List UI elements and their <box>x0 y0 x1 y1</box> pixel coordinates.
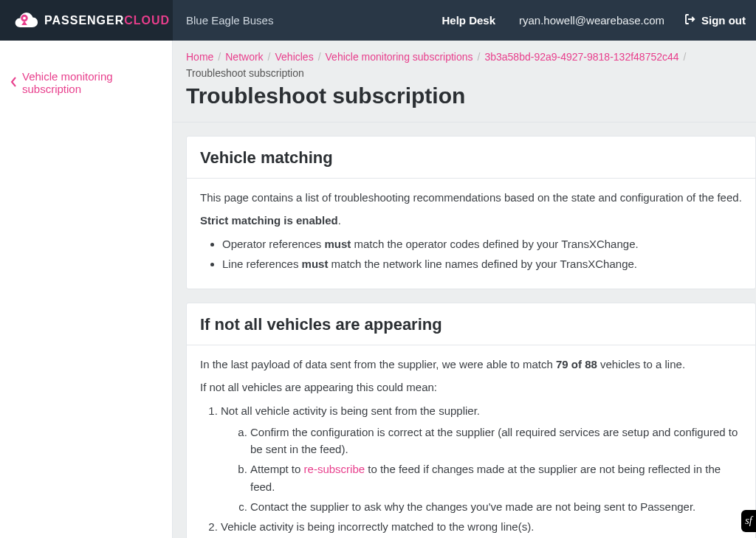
page-title: Troubleshoot subscription <box>186 83 743 108</box>
sidebar-back-link[interactable]: Vehicle monitoring subscription <box>10 70 165 95</box>
nav-help-desk[interactable]: Help Desk <box>430 14 507 27</box>
card-not-appearing: If not all vehicles are appearing In the… <box>186 303 756 538</box>
sign-out-label: Sign out <box>701 14 746 27</box>
breadcrumb: Home/ Network/ Vehicles/ Vehicle monitor… <box>186 51 743 79</box>
reason-1b: Attempt to re-subscribe to the feed if c… <box>250 461 742 495</box>
bullet-line-refs: Line references must match the network l… <box>222 255 742 272</box>
link-resubscribe[interactable]: re-subscribe <box>304 463 365 475</box>
matching-intro: This page contains a list of troubleshoo… <box>200 189 742 206</box>
card-vehicle-matching: Vehicle matching This page contains a li… <box>186 136 756 289</box>
debug-toolbar-badge[interactable]: sf <box>741 510 756 532</box>
crumb-subscription-id[interactable]: 3b3a58bd-92a9-4927-9818-132f48752c44 <box>484 51 678 63</box>
sign-out-button[interactable]: Sign out <box>676 13 756 28</box>
chevron-left-icon <box>10 77 18 89</box>
bullet-operator-refs: Operator references must match the opera… <box>222 235 742 252</box>
crumb-current: Troubleshoot subscription <box>186 67 304 79</box>
sidebar: Vehicle monitoring subscription <box>0 41 173 538</box>
card-heading: If not all vehicles are appearing <box>187 303 755 345</box>
brand-text-1: PASSENGER <box>44 14 124 27</box>
svg-point-1 <box>23 16 26 19</box>
reason-2: Vehicle activity is being incorrectly ma… <box>221 518 742 538</box>
crumb-subscriptions[interactable]: Vehicle monitoring subscriptions <box>326 51 473 63</box>
strict-matching-line: Strict matching is enabled. <box>200 212 742 229</box>
reason-1: Not all vehicle activity is being sent f… <box>221 402 742 516</box>
match-count-line: In the last payload of data sent from th… <box>200 356 742 373</box>
org-name[interactable]: Blue Eagle Buses <box>173 14 286 27</box>
crumb-vehicles[interactable]: Vehicles <box>275 51 314 63</box>
reason-1c: Contact the supplier to ask why the chan… <box>250 498 742 515</box>
brand-logo[interactable]: PASSENGERCLOUD <box>0 0 173 41</box>
main-content: Home/ Network/ Vehicles/ Vehicle monitor… <box>173 41 756 538</box>
could-mean-line: If not all vehicles are appearing this c… <box>200 379 742 396</box>
sign-out-icon <box>684 13 697 28</box>
brand-text-2: CLOUD <box>124 14 170 27</box>
crumb-home[interactable]: Home <box>186 51 213 63</box>
nav-user-email[interactable]: ryan.howell@wearebase.com <box>507 14 676 27</box>
page-header: Home/ Network/ Vehicles/ Vehicle monitor… <box>173 41 756 123</box>
sidebar-back-label: Vehicle monitoring subscription <box>22 70 165 95</box>
top-nav: PASSENGERCLOUD Blue Eagle Buses Help Des… <box>0 0 756 41</box>
crumb-network[interactable]: Network <box>225 51 263 63</box>
card-heading: Vehicle matching <box>187 137 755 179</box>
reason-1a: Confirm the configuration is correct at … <box>250 424 742 458</box>
cloud-icon <box>10 12 38 30</box>
